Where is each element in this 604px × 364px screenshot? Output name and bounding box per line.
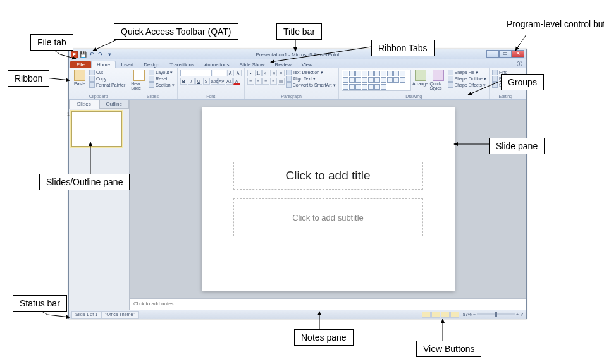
tab-animations[interactable]: Animations	[199, 61, 235, 68]
copy-button[interactable]: Copy	[89, 76, 125, 82]
bold-button[interactable]: B	[180, 78, 187, 85]
tab-view[interactable]: View	[297, 61, 317, 68]
align-text-label: Align Text	[293, 76, 312, 81]
slide-pane: Click to add title Click to add subtitle	[130, 100, 526, 298]
tab-insert[interactable]: Insert	[116, 61, 139, 68]
minimize-button[interactable]: –	[486, 50, 499, 58]
qat-customize-icon[interactable]: ▾	[106, 51, 113, 58]
group-label-drawing: Drawing	[342, 94, 486, 99]
annotation-file-tab: File tab	[30, 34, 73, 51]
italic-button[interactable]: I	[188, 78, 195, 85]
align-center-button[interactable]: ≡	[255, 78, 262, 85]
annotation-view-buttons: View Buttons	[416, 341, 481, 357]
section-icon	[149, 82, 154, 88]
layout-icon	[149, 70, 154, 75]
view-normal-button[interactable]	[422, 312, 431, 318]
font-color-button[interactable]: A	[233, 78, 240, 85]
group-label-editing: Editing	[492, 94, 519, 99]
shape-fill-button[interactable]: Shape Fill ▾	[448, 70, 486, 75]
strike-button[interactable]: S	[203, 78, 210, 85]
tab-review[interactable]: Review	[270, 61, 297, 68]
group-label-slides: Slides	[131, 94, 174, 99]
group-font: A A B I U S abc AV Aa A Font	[178, 68, 245, 99]
new-slide-button[interactable]: New Slide	[131, 70, 147, 90]
slides-tab[interactable]: Slides	[69, 100, 99, 109]
cut-button[interactable]: Cut	[89, 70, 125, 75]
zoom-slider[interactable]	[477, 313, 515, 315]
shape-effects-label: Shape Effects	[455, 83, 482, 87]
columns-button[interactable]: ▥	[278, 78, 285, 85]
fit-to-window-icon[interactable]: ⤢	[520, 312, 524, 317]
annotation-ribbon: Ribbon	[8, 70, 49, 87]
group-label-font: Font	[180, 94, 242, 99]
shape-outline-button[interactable]: Shape Outline ▾	[448, 76, 486, 82]
slide-thumbnail[interactable]: 1	[71, 111, 122, 147]
shape-effects-button[interactable]: Shape Effects ▾	[448, 82, 486, 88]
annotation-qat: Quick Access Toolbar (QAT)	[114, 23, 238, 40]
section-label: Section	[156, 83, 170, 87]
reset-button[interactable]: Reset	[149, 76, 174, 82]
increase-indent-button[interactable]: ⇥	[270, 70, 277, 76]
numbering-button[interactable]: 1.	[255, 70, 262, 76]
title-placeholder[interactable]: Click to add title	[233, 162, 423, 190]
group-label-clipboard: Clipboard	[71, 94, 125, 99]
change-case-button[interactable]: Aa	[226, 78, 233, 85]
smartart-icon	[286, 82, 292, 88]
zoom-in-icon[interactable]: +	[516, 312, 519, 317]
shapes-gallery[interactable]	[342, 70, 411, 91]
text-direction-icon	[286, 70, 292, 75]
subtitle-placeholder[interactable]: Click to add subtitle	[233, 198, 423, 236]
annotation-notes-pane: Notes pane	[294, 329, 354, 346]
align-left-button[interactable]: ≡	[247, 78, 254, 85]
font-size-select[interactable]	[213, 70, 226, 76]
layout-button[interactable]: Layout ▾	[149, 70, 174, 75]
undo-icon[interactable]: ↶	[88, 51, 96, 58]
redo-icon[interactable]: ↷	[97, 51, 104, 58]
view-reading-button[interactable]	[441, 312, 450, 318]
zoom-control[interactable]: 87% − + ⤢	[463, 312, 524, 317]
text-direction-button[interactable]: Text Direction ▾	[286, 70, 336, 75]
decrease-indent-button[interactable]: ⇤	[262, 70, 269, 76]
justify-button[interactable]: ≡	[270, 78, 277, 85]
annotation-program-controls: Program-level control buttons	[500, 16, 604, 32]
notes-pane[interactable]: Click to add notes	[130, 298, 526, 310]
decrease-font-button[interactable]: A	[235, 70, 242, 76]
tab-home[interactable]: Home	[91, 61, 116, 68]
zoom-percent: 87%	[463, 312, 472, 317]
tab-design[interactable]: Design	[139, 61, 164, 68]
paste-button[interactable]: Paste	[71, 70, 88, 86]
copy-icon	[89, 76, 95, 82]
align-text-button[interactable]: Align Text ▾	[286, 76, 336, 82]
maximize-button[interactable]: ▭	[499, 50, 512, 58]
tab-transitions[interactable]: Transitions	[164, 61, 199, 68]
quick-styles-button[interactable]: Quick Styles	[430, 70, 447, 90]
app-icon[interactable]: P	[71, 51, 78, 58]
arrange-button[interactable]: Arrange	[412, 70, 429, 86]
help-icon[interactable]: ⓘ	[517, 60, 526, 68]
save-icon[interactable]: 💾	[79, 51, 87, 58]
line-spacing-button[interactable]: ≡	[278, 70, 285, 76]
shadow-button[interactable]: abc	[211, 78, 218, 85]
new-slide-icon	[133, 70, 145, 81]
convert-smartart-button[interactable]: Convert to SmartArt ▾	[286, 82, 336, 88]
align-right-button[interactable]: ≡	[262, 78, 269, 85]
format-painter-button[interactable]: Format Painter	[89, 82, 125, 88]
section-button[interactable]: Section ▾	[149, 82, 174, 88]
view-slideshow-button[interactable]	[450, 312, 459, 318]
view-sorter-button[interactable]	[431, 312, 440, 318]
slide-canvas[interactable]: Click to add title Click to add subtitle	[202, 107, 455, 291]
bullets-button[interactable]: •	[247, 70, 254, 76]
select-icon	[492, 82, 498, 88]
close-button[interactable]: ✕	[512, 50, 524, 58]
tab-slide-show[interactable]: Slide Show	[235, 61, 270, 68]
file-tab[interactable]: File	[70, 61, 91, 68]
outline-tab[interactable]: Outline	[99, 100, 130, 109]
underline-button[interactable]: U	[195, 78, 202, 85]
char-spacing-button[interactable]: AV	[218, 78, 225, 85]
window-title: Presentation1 - Microsoft PowerPoint	[256, 52, 339, 58]
zoom-out-icon[interactable]: −	[473, 312, 476, 317]
layout-label: Layout	[156, 70, 169, 75]
increase-font-button[interactable]: A	[227, 70, 234, 76]
new-slide-label: New Slide	[131, 82, 147, 90]
font-family-select[interactable]	[180, 70, 212, 76]
